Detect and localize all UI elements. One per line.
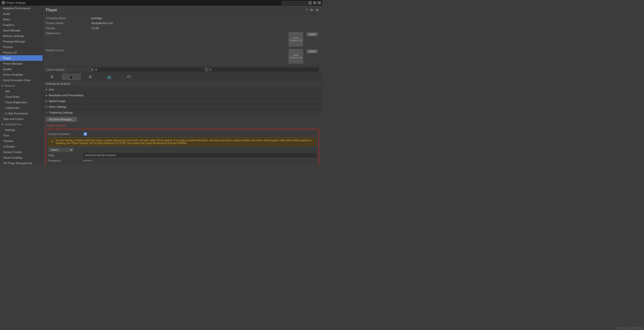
sidebar-item-in-app-purchasing[interactable]: In-App Purchasing bbox=[0, 111, 43, 116]
sidebar-item-graphics[interactable]: Graphics bbox=[0, 22, 43, 28]
hotspot-xy: X Y bbox=[91, 67, 319, 72]
resolution-arrow: ▶ bbox=[46, 94, 48, 97]
minimize-button[interactable]: ─ bbox=[308, 1, 312, 5]
sidebar-item-xr-plugin[interactable]: XR Plugin Management bbox=[0, 160, 43, 165]
webgl-icon: ⊞ bbox=[89, 75, 92, 79]
sidebar-item-visual-scripting[interactable]: Visual Scripting bbox=[0, 155, 43, 160]
sidebar-item-time[interactable]: Time bbox=[0, 133, 43, 138]
window-controls: ─ □ ✕ bbox=[308, 1, 321, 5]
default-cursor-row: Default Cursor None (Texture 2D) Select bbox=[46, 48, 319, 65]
sidebar-item-ui-builder[interactable]: UI Builder bbox=[0, 144, 43, 149]
sidebar-item-physics[interactable]: Physics bbox=[0, 44, 43, 50]
content-area: Player ? ⚙ ⊞ Company Name acdsldgs Produ… bbox=[43, 6, 322, 165]
resolution-section-toggle[interactable]: ▶ Resolution and Presentation bbox=[43, 92, 322, 98]
help-icon-button[interactable]: ? bbox=[305, 8, 308, 12]
default-cursor-select-button[interactable]: Select bbox=[306, 49, 318, 54]
cursor-hotspot-row: Cursor Hotspot X Y bbox=[43, 67, 322, 73]
sidebar-item-timeline[interactable]: Timeline bbox=[0, 138, 43, 144]
title-bar: ⚙ Project Settings ─ □ ✕ bbox=[0, 0, 322, 6]
custom-keystore-row: Custom Keystore bbox=[48, 131, 316, 136]
publishing-section: ▼ Publishing Settings Keystore Manager..… bbox=[43, 110, 322, 165]
splash-section-toggle[interactable]: ▶ Splash Image bbox=[43, 98, 322, 104]
project-keystore-header-label: Project Keystore bbox=[46, 123, 319, 127]
project-key-header: Project Key bbox=[48, 165, 316, 165]
sidebar-item-script-execution[interactable]: Script Execution Order bbox=[0, 77, 43, 83]
resolution-section: ▶ Resolution and Presentation bbox=[43, 92, 322, 98]
title-bar-text: Project Settings bbox=[6, 1, 26, 4]
other-settings-toggle[interactable]: ▶ Other Settings bbox=[43, 104, 322, 110]
sidebar-item-cloud-build[interactable]: Cloud Build bbox=[0, 94, 43, 100]
tab-tvos[interactable]: 📺 bbox=[100, 73, 119, 80]
sidebar-item-physics-2d[interactable]: Physics 2D bbox=[0, 50, 43, 55]
sidebar-item-quality[interactable]: Quality bbox=[0, 66, 43, 72]
company-name-row: Company Name acdsldgs bbox=[46, 16, 319, 21]
app-icon: ⚙ bbox=[2, 1, 5, 5]
warning-text: You are making a release build and using… bbox=[55, 139, 314, 145]
sidebar-item-collaborate[interactable]: Collaborate bbox=[0, 105, 43, 111]
header-icons: ? ⚙ ⊞ bbox=[305, 8, 319, 12]
platform-tabs: 🖥 📱 ⊞ 📺 iOS bbox=[43, 73, 322, 81]
keystore-select-dropdown[interactable]: Select... bbox=[48, 148, 73, 152]
icon-arrow: ▶ bbox=[46, 88, 48, 91]
search-input[interactable] bbox=[282, 1, 312, 5]
sidebar-item-version-control[interactable]: Version Control bbox=[0, 149, 43, 155]
sidebar-item-ads[interactable]: Ads bbox=[0, 88, 43, 94]
tab-ios[interactable]: iOS bbox=[119, 73, 139, 80]
default-icon-select-button[interactable]: Select bbox=[306, 32, 318, 36]
page-title: Player bbox=[46, 8, 57, 12]
tab-android[interactable]: 📱 bbox=[62, 73, 81, 80]
other-settings-section: ▶ Other Settings bbox=[43, 104, 322, 110]
custom-keystore-label: Custom Keystore bbox=[48, 132, 84, 135]
sidebar-item-input-manager[interactable]: Input Manager bbox=[0, 28, 43, 33]
product-name-value: Teenpatti Ace Pro bbox=[91, 22, 113, 25]
sidebar-item-editor[interactable]: Editor bbox=[0, 17, 43, 22]
default-cursor-label: Default Cursor bbox=[46, 49, 91, 52]
tab-standalone[interactable]: 🖥 bbox=[43, 73, 62, 80]
custom-keystore-checkbox[interactable] bbox=[84, 132, 87, 136]
keystore-box: Custom Keystore ⚠ You are making a relea… bbox=[46, 129, 319, 165]
tvos-icon: 📺 bbox=[107, 75, 111, 79]
sidebar-item-memory-settings[interactable]: Memory Settings bbox=[0, 33, 43, 39]
publishing-content: Keystore Manager... Project Keystore Cus… bbox=[43, 115, 322, 165]
icon-section-label: Icon bbox=[49, 88, 54, 91]
hotspot-x-input[interactable] bbox=[94, 67, 205, 72]
sidebar-item-audio[interactable]: Audio bbox=[0, 11, 43, 17]
settings-for-android-label: Settings for Android bbox=[43, 81, 322, 87]
other-settings-label: Other Settings bbox=[49, 105, 66, 108]
layout-icon-button[interactable]: ⊞ bbox=[315, 8, 319, 12]
close-button[interactable]: ✕ bbox=[317, 1, 321, 5]
product-name-label: Product Name bbox=[46, 22, 91, 25]
sidebar-item-textmesh-pro[interactable]: ▼ TextMesh Pro bbox=[0, 122, 43, 127]
version-label: Version bbox=[46, 27, 91, 30]
icon-section-toggle[interactable]: ▶ Icon bbox=[43, 87, 322, 92]
publishing-label: Publishing Settings bbox=[49, 111, 73, 114]
resolution-section-label: Resolution and Presentation bbox=[49, 94, 84, 97]
publishing-arrow: ▼ bbox=[46, 111, 48, 114]
tab-webgl[interactable]: ⊞ bbox=[81, 73, 100, 80]
sidebar-item-cloud-diagnostics[interactable]: Cloud Diagnostics bbox=[0, 100, 43, 105]
warning-icon: ⚠ bbox=[51, 139, 54, 143]
keystore-password-row: Password •••••• bbox=[48, 158, 316, 163]
settings-icon-button[interactable]: ⚙ bbox=[310, 8, 314, 12]
keystore-select-row: Select... bbox=[48, 147, 316, 153]
sidebar-item-scene-template[interactable]: Scene Template bbox=[0, 72, 43, 77]
player-info-section: Company Name acdsldgs Product Name Teenp… bbox=[43, 14, 322, 67]
company-name-label: Company Name bbox=[46, 17, 91, 20]
maximize-button[interactable]: □ bbox=[313, 1, 316, 5]
sidebar-item-adaptive-performance[interactable]: Adaptive Performance bbox=[0, 6, 43, 11]
version-value: 1.0.29 bbox=[91, 27, 99, 30]
version-row: Version 1.0.29 bbox=[46, 26, 319, 31]
publishing-toggle[interactable]: ▼ Publishing Settings bbox=[43, 110, 322, 115]
sidebar-item-services[interactable]: ▼ Services bbox=[0, 83, 43, 88]
keystore-manager-button[interactable]: Keystore Manager... bbox=[46, 117, 77, 122]
sidebar-item-tags-and-layers[interactable]: Tags and Layers bbox=[0, 116, 43, 122]
sidebar-item-preset-manager[interactable]: Preset Manager bbox=[0, 61, 43, 66]
hotspot-y-input[interactable] bbox=[209, 67, 319, 72]
keystore-path-row: Path Assets/aceprotp.keystore bbox=[48, 153, 316, 158]
other-settings-arrow: ▶ bbox=[46, 106, 48, 108]
sidebar-item-package-manager[interactable]: Package Manager bbox=[0, 39, 43, 44]
sidebar-item-settings[interactable]: Settings bbox=[0, 127, 43, 133]
sidebar-item-player[interactable]: Player bbox=[0, 55, 43, 61]
hotspot-x-coord: X bbox=[91, 67, 205, 72]
hotspot-y-coord: Y bbox=[206, 67, 319, 72]
